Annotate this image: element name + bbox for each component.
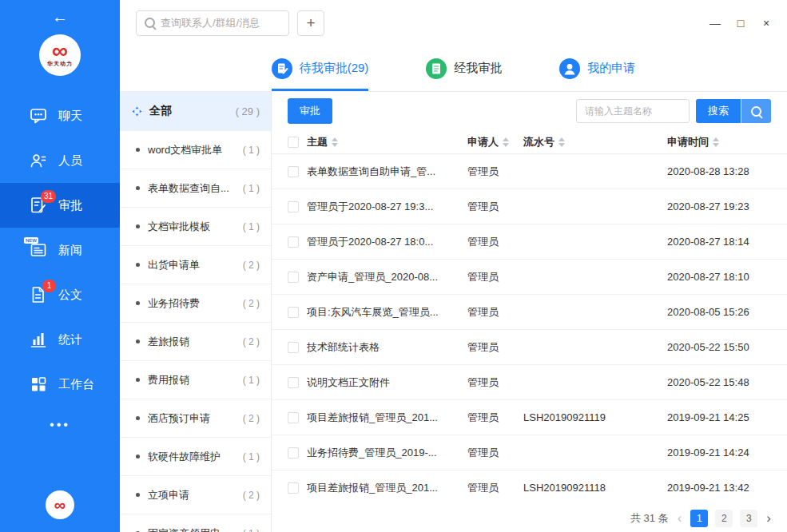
row-checkbox[interactable] xyxy=(288,236,299,248)
table-row[interactable]: 业务招待费_管理员_2019-... 管理员 2019-09-21 14:24 xyxy=(272,435,787,470)
new-tag: NEW xyxy=(24,237,38,244)
category-item[interactable]: 软硬件故障维护( 1 ) xyxy=(120,437,271,475)
row-serial: LSH20190921119 xyxy=(523,411,667,423)
bullet-icon xyxy=(136,148,140,152)
row-subject[interactable]: 业务招待费_管理员_2019-... xyxy=(307,446,467,460)
row-subject[interactable]: 技术部统计表格 xyxy=(307,340,467,355)
subject-search-group: 搜索 xyxy=(576,99,771,123)
category-item[interactable]: 费用报销( 1 ) xyxy=(120,360,271,399)
sidebar: ← ∞ 华天动力 聊天 人员 31 xyxy=(0,0,120,532)
maximize-button[interactable]: □ xyxy=(728,17,753,30)
page-button-1[interactable]: 1 xyxy=(690,510,708,527)
approve-button[interactable]: 审批 xyxy=(288,98,332,124)
tab-my-applications[interactable]: 我的申请 xyxy=(559,46,635,91)
logo-text: 华天动力 xyxy=(47,60,73,68)
row-checkbox[interactable] xyxy=(288,166,299,177)
main-column: + — □ × 待我审批(29) 经我审批 xyxy=(120,0,787,532)
prev-page-button[interactable]: ‹ xyxy=(676,511,684,525)
category-count: ( 2 ) xyxy=(238,336,260,347)
search-button[interactable]: 搜索 xyxy=(696,99,741,123)
sidebar-item-statistics[interactable]: 统计 xyxy=(0,317,120,362)
row-subject[interactable]: 项目差旅报销_管理员_201... xyxy=(307,411,467,425)
row-subject[interactable]: 管理员于2020-08-27 18:0... xyxy=(307,235,467,249)
contact-search-box[interactable] xyxy=(136,10,289,36)
table-row[interactable]: 表单数据查询自助申请_管... 管理员 2020-08-28 13:28 xyxy=(272,154,787,189)
category-all[interactable]: 全部 ( 29 ) xyxy=(120,92,271,130)
category-item[interactable]: 立项申请( 2 ) xyxy=(120,475,271,514)
my-applications-icon xyxy=(559,58,580,79)
row-checkbox[interactable] xyxy=(288,412,299,423)
row-subject[interactable]: 资产申请_管理员_2020-08... xyxy=(307,270,467,284)
row-apply-time: 2019-09-21 14:24 xyxy=(667,447,787,459)
subject-search-input[interactable] xyxy=(576,99,690,123)
header-subject[interactable]: 主题 xyxy=(307,135,467,149)
search-magnifier-button[interactable] xyxy=(741,99,771,123)
table-row[interactable]: 管理员于2020-08-27 18:0... 管理员 2020-08-27 18… xyxy=(272,224,787,260)
contact-search-input[interactable] xyxy=(161,17,280,29)
select-all-checkbox[interactable] xyxy=(288,137,299,148)
sidebar-item-label: 人员 xyxy=(58,153,82,169)
table-row[interactable]: 项目:东风汽车展览_管理员... 管理员 2020-08-05 15:26 xyxy=(272,295,787,330)
sidebar-item-chat[interactable]: 聊天 xyxy=(0,93,120,138)
category-item[interactable]: 文档审批模板( 1 ) xyxy=(120,207,271,245)
minimize-button[interactable]: — xyxy=(702,17,728,30)
category-item[interactable]: 酒店预订申请( 2 ) xyxy=(120,399,271,437)
category-item[interactable]: 差旅报销( 2 ) xyxy=(120,322,271,360)
category-item[interactable]: 表单数据查询自...( 1 ) xyxy=(120,169,271,207)
tab-approved-by-me[interactable]: 经我审批 xyxy=(426,46,502,91)
next-page-button[interactable]: › xyxy=(765,511,773,525)
table-row[interactable]: 项目差旅报销_管理员_201... 管理员 LSH20190921118 201… xyxy=(272,470,787,504)
category-item[interactable]: word文档审批单( 1 ) xyxy=(120,130,271,169)
pagination: 共 31 条 ‹ 1 2 3 › xyxy=(272,504,787,532)
row-checkbox[interactable] xyxy=(288,342,299,353)
sidebar-item-documents[interactable]: 1 公文 xyxy=(0,272,120,317)
table-row[interactable]: 项目差旅报销_管理员_201... 管理员 LSH20190921119 201… xyxy=(272,400,787,435)
row-checkbox[interactable] xyxy=(288,447,299,459)
table-row[interactable]: 技术部统计表格 管理员 2020-05-22 15:50 xyxy=(272,330,787,365)
sidebar-item-news[interactable]: NEW 新闻 xyxy=(0,228,120,272)
category-item[interactable]: 固定资产领用申...( 1 ) xyxy=(120,514,271,532)
close-button[interactable]: × xyxy=(753,17,779,30)
logo-infinity-icon: ∞ xyxy=(54,496,66,514)
sidebar-item-workbench[interactable]: 工作台 xyxy=(0,362,120,407)
back-button[interactable]: ← xyxy=(0,0,120,30)
category-item[interactable]: 出货申请单( 2 ) xyxy=(120,245,271,284)
row-subject[interactable]: 管理员于2020-08-27 19:3... xyxy=(307,200,467,214)
row-checkbox[interactable] xyxy=(288,377,299,388)
sort-icon[interactable] xyxy=(558,137,565,147)
bullet-icon xyxy=(136,493,140,497)
sidebar-item-people[interactable]: 人员 xyxy=(0,138,120,183)
category-item[interactable]: 业务招待费( 2 ) xyxy=(120,284,271,322)
header-applicant[interactable]: 申请人 xyxy=(467,135,523,149)
category-label: 差旅报销 xyxy=(148,335,189,349)
row-applicant: 管理员 xyxy=(467,340,523,355)
row-apply-time: 2020-08-05 15:26 xyxy=(667,306,787,318)
documents-badge: 1 xyxy=(42,280,56,292)
row-subject[interactable]: 说明文档正文附件 xyxy=(307,375,467,390)
sort-icon[interactable] xyxy=(503,137,509,147)
row-checkbox[interactable] xyxy=(288,482,299,494)
row-subject[interactable]: 项目:东风汽车展览_管理员... xyxy=(307,305,467,320)
page-button-3[interactable]: 3 xyxy=(740,510,757,527)
sidebar-item-label: 聊天 xyxy=(58,109,82,124)
table-row[interactable]: 说明文档正文附件 管理员 2020-05-22 15:48 xyxy=(272,365,787,400)
row-apply-time: 2019-09-21 14:25 xyxy=(667,411,787,423)
table-row[interactable]: 管理员于2020-08-27 19:3... 管理员 2020-08-27 19… xyxy=(272,189,787,224)
header-serial[interactable]: 流水号 xyxy=(523,135,667,149)
row-checkbox[interactable] xyxy=(288,272,299,283)
more-button[interactable]: ••• xyxy=(50,418,70,432)
page-button-2[interactable]: 2 xyxy=(715,510,733,527)
tab-pending-my-approval[interactable]: 待我审批(29) xyxy=(272,46,369,91)
bottom-logo[interactable]: ∞ xyxy=(46,490,74,519)
sidebar-item-approval[interactable]: 31 审批 xyxy=(0,183,120,228)
add-button[interactable]: + xyxy=(297,10,324,36)
row-checkbox[interactable] xyxy=(288,201,299,212)
row-subject[interactable]: 表单数据查询自助申请_管... xyxy=(307,165,467,179)
bullet-icon xyxy=(136,263,140,267)
header-apply-time[interactable]: 申请时间 xyxy=(667,135,787,149)
row-subject[interactable]: 项目差旅报销_管理员_201... xyxy=(307,481,467,495)
sort-icon[interactable] xyxy=(713,137,719,147)
sort-icon[interactable] xyxy=(332,137,338,147)
table-row[interactable]: 资产申请_管理员_2020-08... 管理员 2020-08-27 18:10 xyxy=(272,260,787,295)
row-checkbox[interactable] xyxy=(288,307,299,318)
